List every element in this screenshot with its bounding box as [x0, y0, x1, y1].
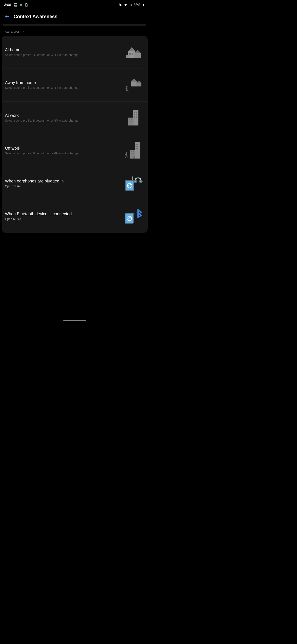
- svg-rect-36: [130, 119, 131, 120]
- scroll-indicator: [3, 24, 146, 26]
- svg-rect-18: [132, 53, 133, 55]
- svg-point-71: [136, 212, 137, 213]
- battery-text: 85%: [134, 3, 140, 7]
- item-text: When Bluetooth device is connected Open …: [5, 212, 119, 221]
- svg-rect-31: [136, 112, 137, 113]
- item-subtitle: Open TIDAL: [5, 184, 119, 188]
- svg-rect-15: [134, 53, 141, 58]
- svg-point-53: [126, 152, 127, 153]
- svg-rect-32: [134, 114, 135, 115]
- item-subtitle: Select sound profile, Bluetooth, or Wi-F…: [5, 152, 119, 156]
- svg-rect-16: [126, 55, 129, 58]
- item-text: When earphones are plugged in Open TIDAL: [5, 179, 119, 188]
- svg-rect-47: [137, 148, 138, 149]
- svg-rect-54: [126, 153, 127, 156]
- svg-rect-6: [130, 5, 130, 6]
- context-item-away-from-home[interactable]: Away from home Select sound profile, Blu…: [2, 69, 148, 102]
- svg-rect-45: [137, 146, 138, 147]
- item-text: At home Select sound profile, Bluetooth,…: [5, 48, 119, 57]
- svg-line-55: [125, 154, 126, 155]
- context-item-earphones[interactable]: When earphones are plugged in Open TIDAL: [2, 167, 148, 200]
- item-title: At work: [5, 113, 119, 118]
- svg-point-64: [134, 180, 136, 182]
- item-title: Off work: [5, 146, 119, 151]
- svg-rect-37: [131, 119, 132, 120]
- svg-point-2: [20, 4, 22, 6]
- item-subtitle: Select sound profile, Bluetooth, or Wi-F…: [5, 86, 119, 90]
- svg-rect-22: [136, 83, 141, 86]
- context-item-at-work[interactable]: At work Select sound profile, Bluetooth,…: [2, 102, 148, 134]
- section-label-automated: AUTOMATED: [0, 30, 149, 36]
- house-icon: [121, 43, 144, 62]
- item-subtitle: Open Music: [5, 217, 119, 221]
- svg-rect-13: [128, 52, 135, 58]
- item-text: Away from home Select sound profile, Blu…: [5, 80, 119, 90]
- svg-marker-19: [131, 79, 137, 82]
- context-item-at-home[interactable]: At home Select sound profile, Bluetooth,…: [2, 36, 148, 69]
- signal-icon: [129, 3, 132, 7]
- svg-rect-30: [134, 112, 135, 113]
- svg-rect-59: [126, 180, 133, 190]
- svg-rect-42: [135, 144, 137, 145]
- building-walk-icon: [121, 142, 144, 160]
- wifi-icon: [124, 3, 127, 7]
- status-right: 85%: [119, 3, 145, 7]
- svg-line-26: [126, 90, 127, 92]
- svg-line-57: [126, 156, 128, 158]
- building-icon: [121, 108, 144, 127]
- svg-rect-35: [136, 116, 137, 118]
- phone-bluetooth-icon: [121, 207, 144, 226]
- disc-icon: [19, 3, 23, 7]
- svg-rect-51: [133, 153, 134, 154]
- item-title: When earphones are plugged in: [5, 179, 119, 184]
- svg-rect-38: [130, 121, 131, 122]
- context-item-bluetooth[interactable]: When Bluetooth device is connected Open …: [2, 200, 148, 232]
- house-walk-icon: [121, 76, 144, 94]
- svg-rect-10: [143, 4, 144, 4]
- svg-rect-39: [131, 121, 132, 122]
- item-subtitle: Select sound profile, Bluetooth, or Wi-F…: [5, 119, 119, 122]
- mute-icon: [119, 3, 122, 7]
- image-icon: [14, 3, 17, 7]
- svg-rect-52: [133, 156, 135, 158]
- back-button[interactable]: [4, 14, 10, 20]
- svg-rect-9: [143, 4, 144, 6]
- phone-earphones-icon: [121, 174, 144, 193]
- svg-line-25: [125, 88, 126, 89]
- svg-rect-24: [126, 88, 127, 90]
- svg-rect-17: [129, 53, 131, 55]
- status-left: 3:06: [4, 3, 28, 7]
- svg-rect-50: [131, 153, 132, 154]
- svg-rect-7: [131, 4, 131, 6]
- item-text: Off work Select sound profile, Bluetooth…: [5, 146, 119, 156]
- svg-rect-62: [132, 176, 133, 178]
- svg-rect-8: [131, 4, 132, 6]
- item-text: At work Select sound profile, Bluetooth,…: [5, 113, 119, 122]
- app-header: Context Awareness: [0, 10, 149, 23]
- svg-line-27: [127, 90, 128, 92]
- item-subtitle: Select sound profile, Bluetooth, or Wi-F…: [5, 53, 119, 57]
- svg-marker-14: [134, 50, 141, 53]
- status-time: 3:06: [4, 3, 11, 7]
- svg-rect-68: [125, 214, 133, 223]
- svg-point-23: [126, 86, 128, 88]
- svg-marker-12: [128, 47, 135, 52]
- item-title: At home: [5, 48, 119, 52]
- status-bar: 3:06 85%: [0, 0, 149, 10]
- svg-point-66: [140, 180, 141, 182]
- svg-rect-20: [131, 82, 137, 86]
- svg-rect-49: [133, 151, 134, 152]
- no-sim-icon: [24, 3, 28, 7]
- svg-rect-43: [137, 144, 138, 145]
- svg-rect-33: [136, 114, 137, 115]
- svg-rect-46: [135, 148, 137, 149]
- automated-card: At home Select sound profile, Bluetooth,…: [2, 36, 148, 232]
- svg-rect-34: [134, 116, 135, 118]
- back-arrow-icon: [4, 14, 10, 20]
- svg-line-56: [125, 156, 127, 158]
- svg-rect-44: [135, 146, 137, 147]
- page-title: Context Awareness: [13, 14, 57, 20]
- home-indicator[interactable]: [63, 320, 86, 321]
- context-item-off-work[interactable]: Off work Select sound profile, Bluetooth…: [2, 134, 148, 167]
- item-title: When Bluetooth device is connected: [5, 212, 119, 216]
